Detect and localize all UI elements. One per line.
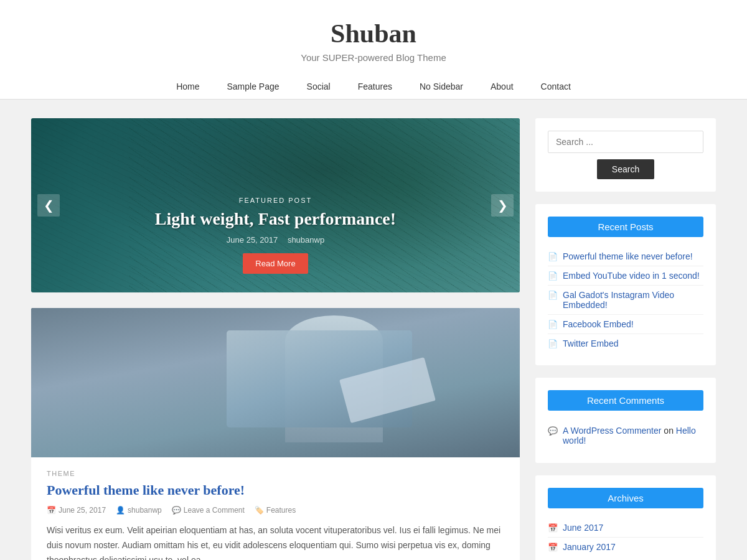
post-image — [31, 308, 520, 457]
doc-icon — [548, 338, 558, 348]
list-item: Powerful theme like never before! — [548, 247, 703, 266]
tag-icon: 🏷️ — [255, 506, 264, 515]
nav-features[interactable]: Features — [344, 74, 406, 99]
recent-post-link[interactable]: Twitter Embed — [563, 338, 618, 348]
archive-link[interactable]: June 2017 — [563, 523, 603, 533]
post-author: 👤 shubanwp — [116, 506, 162, 515]
nav-about[interactable]: About — [477, 74, 527, 99]
nav-no-sidebar[interactable]: No Sidebar — [406, 74, 477, 99]
list-item: Facebook Embed! — [548, 315, 703, 334]
recent-post-link[interactable]: Gal Gadot's Instagram Video Embedded! — [563, 290, 703, 310]
slider-title: Light weight, Fast performance! — [68, 209, 482, 229]
sidebar: Search Recent Posts Powerful theme like … — [535, 118, 716, 560]
calendar-icon — [548, 542, 558, 552]
recent-post-link[interactable]: Powerful theme like never before! — [563, 251, 693, 261]
recent-posts-list: Powerful theme like never before! Embed … — [548, 247, 703, 353]
post-body: THEME Powerful theme like never before! … — [31, 457, 520, 560]
list-item: January 2017 — [548, 538, 703, 556]
recent-posts-title: Recent Posts — [548, 217, 703, 237]
recent-post-link[interactable]: Embed YouTube video in 1 second! — [563, 271, 700, 281]
archives-list: June 2017 January 2017 — [548, 518, 703, 556]
search-button[interactable]: Search — [597, 159, 654, 179]
recent-comments-title: Recent Comments — [548, 390, 703, 411]
site-title: Shuban — [12, 19, 735, 49]
nav-home[interactable]: Home — [162, 74, 213, 99]
doc-icon — [548, 251, 558, 261]
post-excerpt: Wisi veritus ex eum. Velit apeirian eloq… — [47, 523, 504, 560]
calendar-icon: 📅 — [47, 506, 56, 515]
nav-contact[interactable]: Contact — [527, 74, 585, 99]
slider-meta: June 25, 2017 shubanwp — [68, 235, 482, 245]
featured-label: FEATURED POST — [68, 197, 482, 204]
recent-comments-widget: Recent Comments A WordPress Commenter on… — [535, 378, 716, 463]
comment-icon: 💬 — [172, 506, 181, 515]
content-area: ❮ ❯ FEATURED POST Light weight, Fast per… — [31, 118, 520, 560]
comment-on: on — [664, 426, 675, 436]
post-meta: 📅 June 25, 2017 👤 shubanwp 💬 Leave a Com… — [47, 506, 504, 515]
archives-title: Archives — [548, 488, 703, 508]
post-title[interactable]: Powerful theme like never before! — [47, 482, 504, 498]
main-nav: Home Sample Page Social Features No Side… — [12, 74, 735, 99]
recent-posts-widget: Recent Posts Powerful theme like never b… — [535, 204, 716, 365]
nav-social[interactable]: Social — [293, 74, 344, 99]
author-icon: 👤 — [116, 506, 125, 515]
post-comment-link[interactable]: 💬 Leave a Comment — [172, 506, 245, 515]
comment-item: A WordPress Commenter on Hello world! — [548, 421, 703, 450]
post-category: THEME — [47, 470, 504, 477]
archive-link[interactable]: January 2017 — [563, 542, 616, 552]
slider-content: FEATURED POST Light weight, Fast perform… — [31, 178, 520, 292]
site-header: Shuban Your SUPER-powered Blog Theme Hom… — [0, 0, 747, 100]
main-wrapper: ❮ ❯ FEATURED POST Light weight, Fast per… — [19, 118, 728, 560]
slider-author: shubanwp — [288, 235, 324, 245]
list-item: Embed YouTube video in 1 second! — [548, 266, 703, 286]
search-input[interactable] — [548, 131, 703, 153]
post-tag: 🏷️ Features — [255, 506, 296, 515]
doc-icon — [548, 271, 558, 281]
list-item: Gal Gadot's Instagram Video Embedded! — [548, 286, 703, 315]
list-item: Twitter Embed — [548, 334, 703, 353]
list-item: June 2017 — [548, 518, 703, 538]
recent-post-link[interactable]: Facebook Embed! — [563, 319, 634, 329]
doc-icon — [548, 290, 558, 300]
featured-slider: ❮ ❯ FEATURED POST Light weight, Fast per… — [31, 118, 520, 292]
calendar-icon — [548, 523, 558, 533]
comment-icon — [548, 426, 558, 436]
post-card: THEME Powerful theme like never before! … — [31, 308, 520, 560]
nav-sample-page[interactable]: Sample Page — [214, 74, 293, 99]
slider-date: June 25, 2017 — [227, 235, 278, 245]
commenter-link[interactable]: A WordPress Commenter — [563, 426, 661, 436]
search-widget: Search — [535, 118, 716, 192]
post-date: 📅 June 25, 2017 — [47, 506, 106, 515]
comment-text: A WordPress Commenter on Hello world! — [563, 426, 703, 446]
archives-widget: Archives June 2017 January 2017 — [535, 475, 716, 560]
read-more-button[interactable]: Read More — [243, 253, 308, 274]
site-tagline: Your SUPER-powered Blog Theme — [12, 52, 735, 63]
doc-icon — [548, 319, 558, 329]
